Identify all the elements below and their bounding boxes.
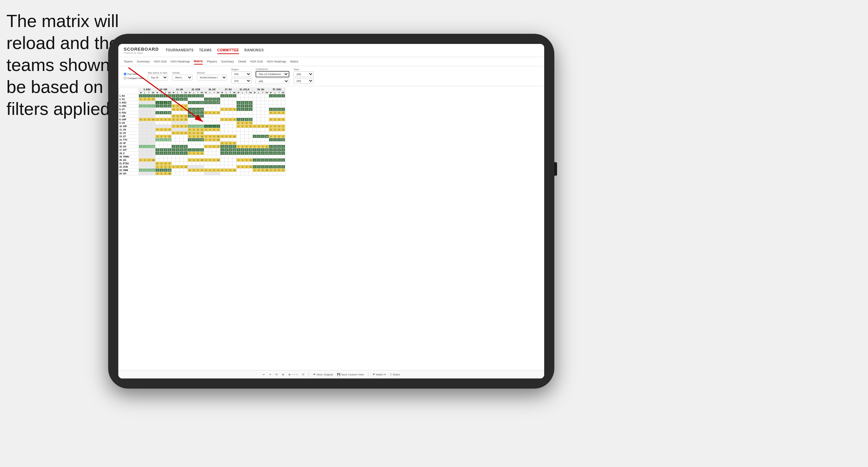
matrix-cell[interactable] [261,131,265,135]
matrix-cell[interactable] [208,162,212,165]
matrix-cell[interactable]: 3 [240,165,244,169]
matrix-cell[interactable]: 0 [192,148,196,152]
matrix-cell[interactable] [196,142,200,145]
matrix-cell[interactable]: 0 [192,169,196,172]
matrix-cell[interactable] [257,115,261,118]
matrix-cell[interactable] [232,111,236,115]
matrix-cell[interactable] [240,162,244,165]
matrix-cell[interactable]: 0 [277,158,281,162]
matrix-cell[interactable]: 13 [265,152,269,155]
matrix-cell[interactable]: 0 [200,169,204,172]
matrix-cell[interactable]: 0 [212,158,216,162]
matrix-cell[interactable] [143,172,147,175]
nav-committee[interactable]: COMMITTEE [217,47,239,54]
matrix-cell[interactable]: 10 [232,148,236,152]
matrix-cell[interactable] [277,155,281,158]
matrix-cell[interactable] [216,162,220,165]
matrix-cell[interactable]: 0 [281,145,285,148]
matrix-cell[interactable] [261,115,265,118]
toolbar-undo[interactable]: ↩ [263,373,265,376]
toolbar-share[interactable]: ⇪ Share [390,373,400,376]
matrix-cell[interactable]: 1 [143,158,147,162]
matrix-cell[interactable] [188,145,192,148]
matrix-cell[interactable] [257,94,261,98]
matrix-cell[interactable] [159,158,163,162]
matrix-cell[interactable] [265,155,269,158]
matrix-cell[interactable]: 1 [155,165,159,169]
matrix-cell[interactable]: 0 [232,145,236,148]
matrix-cell[interactable] [240,138,244,142]
matrix-cell[interactable] [281,115,285,118]
matrix-cell[interactable] [244,135,248,138]
matrix-cell[interactable] [208,142,212,145]
matrix-cell[interactable] [281,104,285,108]
matrix-cell[interactable]: 1 [143,145,147,148]
matrix-cell[interactable]: 1 [204,135,208,138]
matrix-cell[interactable]: 0 [261,125,265,128]
matrix-cell[interactable] [184,142,188,145]
matrix-cell[interactable]: 0 [236,121,240,125]
matrix-cell[interactable]: 0 [244,101,248,104]
matrix-cell[interactable] [240,169,244,172]
matrix-cell[interactable]: 1 [188,148,192,152]
matrix-cell[interactable] [248,115,252,118]
matrix-cell[interactable]: 5 [281,148,285,152]
matrix-cell[interactable]: 0 [196,158,200,162]
matrix-cell[interactable] [228,172,232,175]
matrix-cell[interactable]: 0 [163,165,167,169]
matrix-cell[interactable] [220,162,224,165]
matrix-cell[interactable] [265,172,269,175]
matrix-cell[interactable]: 1 [159,162,163,165]
matrix-cell[interactable]: 0 [257,148,261,152]
matrix-cell[interactable]: 1 [252,165,257,169]
matrix-cell[interactable]: 0 [228,169,232,172]
matrix-cell[interactable] [155,142,159,145]
matrix-cell[interactable] [196,145,200,148]
matrix-cell[interactable] [204,142,208,145]
matrix-cell[interactable] [171,155,175,158]
matrix-cell[interactable]: 2 [192,135,196,138]
matrix-cell[interactable] [257,108,261,111]
matrix-cell[interactable]: 1 [240,145,244,148]
matrix-cell[interactable] [236,111,240,115]
matrix-cell[interactable] [143,142,147,145]
matrix-cell[interactable]: 2 [236,125,240,128]
matrix-cell[interactable] [269,131,273,135]
matrix-cell[interactable] [232,162,236,165]
matrix-cell[interactable] [184,135,188,138]
matrix-cell[interactable] [147,172,151,175]
matrix-cell[interactable] [232,115,236,118]
matrix-cell[interactable] [151,135,155,138]
matrix-cell[interactable]: 0 [232,108,236,111]
matrix-cell[interactable]: 0 [175,145,179,148]
matrix-cell[interactable] [139,152,143,155]
sub-nav-h2h-grid[interactable]: H2H Grid [154,59,167,64]
matrix-cell[interactable] [244,155,248,158]
matrix-cell[interactable]: 2 [224,135,228,138]
conference-select[interactable]: Pac-12 Conference (All) [256,71,289,77]
matrix-cell[interactable] [139,172,143,175]
matrix-cell[interactable] [159,142,163,145]
matrix-cell[interactable] [261,172,265,175]
sub-nav-detail[interactable]: Detail [238,59,246,64]
matrix-cell[interactable]: 0 [184,152,188,155]
matrix-cell[interactable]: 1 [236,101,240,104]
team-select[interactable]: (All) [293,71,314,77]
matrix-cell[interactable]: 1 [240,158,244,162]
matrix-cell[interactable]: 0 [240,101,244,104]
matrix-cell[interactable] [269,172,273,175]
matrix-cell[interactable]: 0 [212,135,216,138]
matrix-cell[interactable] [212,172,216,175]
matrix-cell[interactable] [188,165,192,169]
matrix-cell[interactable]: -38 [151,158,155,162]
matrix-cell[interactable]: 23 [200,158,204,162]
matrix-cell[interactable] [171,142,175,145]
sub-nav-matrix2[interactable]: Matrix [290,59,298,64]
matrix-cell[interactable] [281,98,285,101]
matrix-cell[interactable]: 2 [159,135,163,138]
matrix-cell[interactable] [273,162,277,165]
matrix-cell[interactable]: 0 [196,135,200,138]
matrix-cell[interactable] [269,155,273,158]
matrix-cell[interactable] [261,128,265,131]
matrix-cell[interactable] [240,98,244,101]
